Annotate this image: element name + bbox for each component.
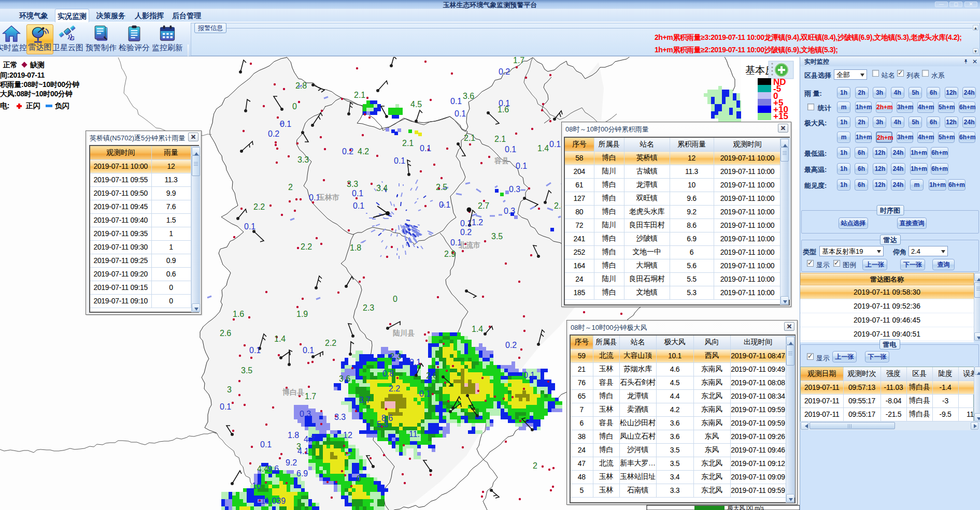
svg-text:2.9: 2.9 (444, 250, 456, 258)
svg-text:12: 12 (343, 431, 352, 440)
svg-text:4.1: 4.1 (297, 447, 309, 456)
svg-text:2.3: 2.3 (363, 303, 374, 312)
svg-text:2.1: 2.1 (402, 139, 414, 148)
svg-text:10: 10 (252, 482, 261, 490)
svg-text:0.2: 0.2 (460, 228, 472, 237)
svg-text:0.2: 0.2 (268, 129, 279, 138)
svg-text:0.1: 0.1 (549, 140, 561, 149)
svg-text:0.3: 0.3 (509, 185, 520, 194)
svg-text:2.8: 2.8 (295, 81, 307, 90)
svg-text:1.9: 1.9 (296, 310, 308, 318)
svg-text:0.1: 0.1 (419, 389, 431, 398)
svg-text:3.5: 3.5 (491, 232, 503, 241)
svg-text:2.7: 2.7 (478, 201, 489, 210)
svg-text:2.5: 2.5 (436, 183, 447, 192)
svg-text:2: 2 (533, 461, 537, 470)
svg-text:2: 2 (288, 183, 293, 192)
svg-text:0.1: 0.1 (420, 144, 431, 153)
svg-text:0.2: 0.2 (505, 341, 517, 349)
svg-text:0: 0 (357, 474, 361, 483)
svg-text:0.1: 0.1 (260, 440, 272, 449)
svg-text:0.1: 0.1 (409, 358, 421, 367)
svg-text:电:: 电: (0, 101, 9, 110)
svg-text:0.1: 0.1 (439, 200, 450, 209)
svg-text:2.2: 2.2 (301, 242, 312, 251)
svg-text:0.1: 0.1 (394, 156, 405, 165)
svg-text:0.3: 0.3 (504, 207, 515, 215)
svg-text:3.5: 3.5 (241, 366, 252, 375)
svg-text:2.1: 2.1 (354, 91, 365, 99)
svg-text:6.9: 6.9 (296, 469, 308, 478)
svg-text:0.1: 0.1 (220, 402, 231, 411)
svg-text:4.5: 4.5 (410, 100, 422, 109)
svg-text:2.6: 2.6 (426, 371, 437, 380)
svg-text:0.8: 0.8 (382, 369, 394, 378)
svg-text:0: 0 (393, 295, 397, 303)
svg-text:2.1: 2.1 (494, 135, 506, 143)
svg-text:3: 3 (227, 385, 232, 394)
svg-text:0.1: 0.1 (516, 162, 527, 170)
svg-text:9.6: 9.6 (267, 464, 279, 473)
svg-text:5.3: 5.3 (377, 420, 388, 429)
svg-text:博白县: 博白县 (282, 388, 304, 396)
svg-text:0.1: 0.1 (353, 201, 364, 210)
svg-text:0.1: 0.1 (244, 222, 255, 231)
svg-text:1.4: 1.4 (537, 144, 549, 153)
svg-text:积雨量:08时~10时00分钟: 积雨量:08时~10时00分钟 (0, 80, 79, 89)
svg-text:+15: +15 (773, 111, 788, 121)
svg-text:玉林市: 玉林市 (317, 193, 339, 201)
svg-text:正常: 正常 (3, 61, 17, 69)
svg-text:11.: 11. (409, 430, 420, 439)
svg-text:缺测: 缺测 (30, 61, 45, 69)
svg-text:1.4: 1.4 (472, 325, 483, 333)
svg-text:2.2: 2.2 (389, 384, 400, 393)
svg-text:1.4: 1.4 (274, 334, 286, 343)
svg-text:0.1: 0.1 (499, 99, 510, 108)
svg-text:-11.039: -11.039 (258, 497, 286, 505)
svg-text:0.1: 0.1 (455, 109, 466, 118)
svg-text:陆川县: 陆川县 (393, 329, 415, 337)
svg-text:容县: 容县 (494, 156, 509, 165)
svg-text:北流市: 北流市 (458, 241, 480, 249)
svg-text:0.2: 0.2 (499, 67, 510, 76)
svg-text:间:2019-07-11: 间:2019-07-11 (0, 71, 45, 79)
svg-text:3.3: 3.3 (334, 413, 346, 421)
svg-text:1.2: 1.2 (472, 218, 483, 227)
svg-text:极大风 |X| m/s: 极大风 |X| m/s (727, 505, 764, 510)
svg-text:正闪: 正闪 (25, 101, 40, 110)
svg-text:2.2: 2.2 (253, 202, 265, 211)
svg-text:2.6: 2.6 (220, 329, 231, 338)
svg-text:2.3: 2.3 (390, 352, 401, 361)
svg-text:0.1: 0.1 (450, 97, 462, 106)
svg-text:2.1: 2.1 (464, 134, 475, 142)
svg-text:3.3: 3.3 (347, 180, 358, 188)
svg-text:负闪: 负闪 (54, 101, 69, 110)
svg-text:0.1: 0.1 (249, 346, 261, 355)
svg-text:0.2: 0.2 (342, 147, 353, 156)
svg-text:0: 0 (292, 102, 297, 111)
svg-text:0.1: 0.1 (523, 371, 535, 380)
svg-text:4.7: 4.7 (304, 435, 315, 444)
svg-text:0.3: 0.3 (300, 410, 311, 418)
svg-text:3.4: 3.4 (376, 184, 388, 193)
svg-text:0.1: 0.1 (280, 120, 291, 128)
svg-text:G: G (70, 35, 75, 42)
svg-text:3.7: 3.7 (359, 396, 371, 404)
svg-text:0.1: 0.1 (352, 189, 363, 198)
svg-text:1.6: 1.6 (233, 310, 244, 318)
svg-text:0.1: 0.1 (303, 346, 314, 355)
svg-text:3.6: 3.6 (463, 92, 474, 100)
svg-text:1.7: 1.7 (513, 57, 524, 65)
svg-text:4.4: 4.4 (257, 464, 268, 473)
svg-text:0.1: 0.1 (460, 219, 472, 228)
svg-text:2.2: 2.2 (325, 339, 336, 347)
svg-text:1.8: 1.8 (350, 243, 361, 252)
svg-text:4.2: 4.2 (358, 147, 369, 156)
svg-text:3.6: 3.6 (339, 374, 350, 383)
svg-text:1.7: 1.7 (305, 392, 316, 401)
svg-text:大风:08时~10时00分钟: 大风:08时~10时00分钟 (0, 90, 73, 98)
svg-text:9.2: 9.2 (286, 458, 297, 467)
svg-text:3.3: 3.3 (297, 155, 309, 164)
svg-text:1.8: 1.8 (288, 431, 299, 440)
svg-text:0.1: 0.1 (505, 145, 516, 154)
